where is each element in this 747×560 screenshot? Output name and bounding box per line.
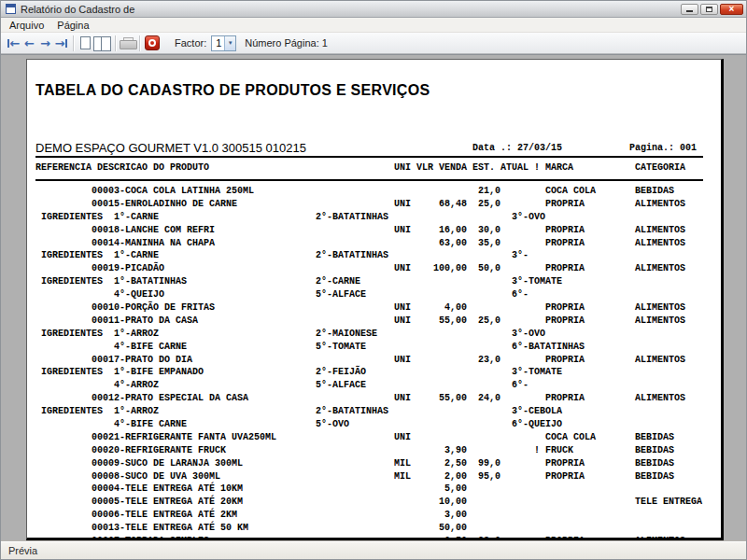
report-line: 00009-SUCO DE LARANJA 300ML MIL 2,50 99,… [35,457,702,470]
report-lines: 00003-COCA COLA LATINHA 250ML 21,0 COCA … [35,185,702,540]
report-line: IGREDIENTES 1°-CARNE 2°-BATATINHAS 3°- [35,249,702,262]
report-title: TABELA DO CADASTRO DE PRODUTOS E SERVIÇO… [35,82,430,99]
one-page-icon [80,36,91,49]
report-line: 00012-PRATO ESPECIAL DA CASA UNI 55,00 2… [35,392,702,405]
factor-select[interactable]: 1 ▼ [211,35,236,51]
report-line: 00014-MANINHA NA CHAPA 63,00 35,0 PROPRI… [35,237,702,250]
report-preview-window: Relatório do Cadastro de × Arquivo Págin… [0,0,747,560]
power-icon [148,39,156,47]
report-date: Data .: 27/03/15 [472,143,562,153]
report-line: IGREDIENTES 1°-CARNE 2°-BATATINHAS 3°-OV… [35,211,702,224]
report-line: 4°-BIFE CARNE 5°-TOMATE 6°-BATATINHAS [35,341,702,354]
report-line: 00013-TELE ENTREGA ATÉ 50 KM 50,00 [35,522,702,535]
report-line: IGREDIENTES 1°-BATATINHAS 2°-CARNE 3°-TO… [35,275,702,288]
report-line: 00005-TELE ENTREGA ATÉ 20KM 10,00 TELE E… [35,496,702,509]
restore-icon [706,7,712,12]
previous-page-button[interactable]: ← [21,34,37,52]
report-line: 00015-ENROLADINHO DE CARNE UNI 68,48 25,… [35,198,702,211]
report-line: 00018-LANCHE COM REFRI UNI 16,00 30,0 PR… [35,224,702,237]
report-line: 00010-PORÇÃO DE FRITAS UNI 4,00 PROPRIA … [35,301,702,315]
report-rule [35,179,703,181]
preview-area: TABELA DO CADASTRO DE PRODUTOS E SERVIÇO… [1,54,746,541]
restore-button[interactable] [700,4,718,15]
toolbar-separator [73,35,74,51]
factor-value: 1 [212,36,224,50]
menubar: Arquivo Página [1,18,746,33]
report-line: 00008-SUCO DE UVA 300ML MIL 2,00 95,0 PR… [35,470,702,483]
menu-item-arquivo[interactable]: Arquivo [3,19,50,32]
last-page-icon: → [55,37,68,49]
two-page-view-button[interactable] [93,34,111,52]
factor-label: Factor: [175,37,206,49]
report-line: IGREDIENTES 1°-ARROZ 2°-MAIONESE 3°-OVO [35,328,702,341]
toolbar-separator [139,35,140,51]
toolbar: ← ← → → Factor: 1 ▼ Número Página: [1,33,746,54]
printer-icon [120,37,135,49]
report-line: 00017-PRATO DO DIA UNI 23,0 PROPRIA ALIM… [35,354,702,367]
previous-page-icon: ← [24,37,35,49]
report-line: 00011-PRATO DA CASA UNI 55,00 25,0 PROPR… [35,315,702,328]
report-rule [35,156,703,158]
close-icon: × [729,5,735,14]
report-columns-header: REFERENCIA DESCRICAO DO PRODUTO UNI VLR … [35,162,685,173]
report-page: TABELA DO CADASTRO DE PRODUTOS E SERVIÇO… [26,59,724,540]
next-page-button[interactable]: → [37,34,53,52]
report-page-number: Pagina.: 001 [629,143,697,153]
app-icon [6,4,16,14]
report-line: 4°-ARROZ 5°-ALFACE 6°- [35,379,702,392]
report-line: 00006-TELE ENTREGA ATÉ 2KM 3,00 [35,509,702,522]
report-line: 00020-REFRIGERANTE FRUCK 3,90 ! FRUCK BE… [35,444,702,457]
first-page-button[interactable]: ← [6,34,21,52]
first-page-icon: ← [7,37,21,49]
window-buttons: × [681,4,743,15]
chevron-down-icon: ▼ [228,40,233,46]
status-text: Prévia [8,545,37,556]
close-report-button[interactable] [145,35,160,50]
window-title: Relatório do Cadastro de [21,4,134,15]
minimize-button[interactable] [681,4,698,15]
next-page-icon: → [40,37,50,49]
report-line: IGREDIENTES 1°-BIFE EMPANADO 2°-FEIJÃO 3… [35,366,702,379]
last-page-button[interactable]: → [53,34,69,52]
report-line: 4°-BIFE CARNE 5°-OVO 6°-QUEIJO [35,418,702,431]
report-line: 00003-COCA COLA LATINHA 250ML 21,0 COCA … [35,185,702,198]
close-button[interactable]: × [720,4,743,15]
statusbar: Prévia [1,541,746,559]
print-button[interactable] [120,34,135,52]
toolbar-separator [115,35,116,51]
report-line: 00019-PICADÃO UNI 100,00 50,0 PROPRIA AL… [35,262,702,275]
report-subtitle: DEMO ESPAÇO GOURMET V1.0 300515 010215 [35,141,306,155]
report-line: 00007-TORRADA SIMPLES 6,50 28,0 PROPRIA … [35,535,702,540]
page-number-label: Número Página: 1 [245,37,328,49]
menu-item-pagina[interactable]: Página [50,19,95,32]
two-pages-icon [93,36,111,49]
minimize-icon [686,10,693,12]
factor-dropdown-button[interactable]: ▼ [224,36,235,50]
report-line: IGREDIENTES 1°-ARROZ 2°-BATATINHAS 3°-CE… [35,405,702,418]
report-line: 00021-REFRIGERANTE FANTA UVA250ML UNI CO… [35,431,702,444]
titlebar[interactable]: Relatório do Cadastro de × [1,1,746,18]
one-page-view-button[interactable] [78,34,93,52]
report-line: 4°-QUEIJO 5°-ALFACE 6°- [35,288,702,301]
report-line: 00004-TELE ENTREGA ATÉ 10KM 5,00 [35,483,702,496]
